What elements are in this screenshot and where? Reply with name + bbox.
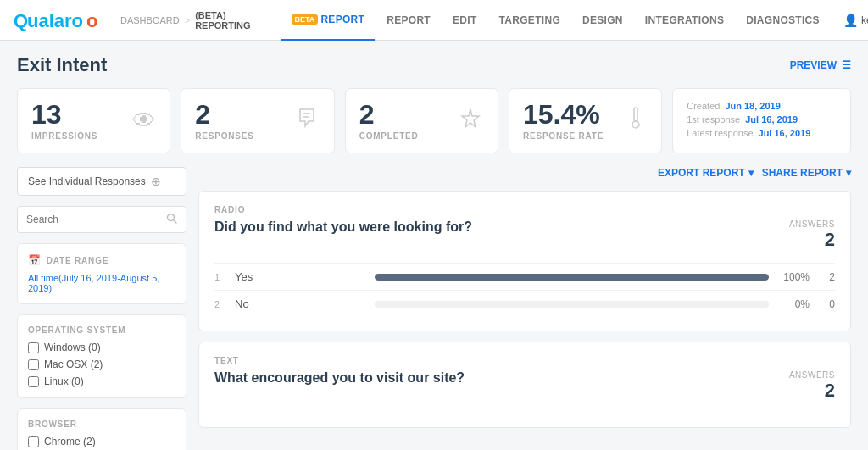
thermometer-icon <box>624 104 648 137</box>
created-row: Created Jun 18, 2019 <box>687 101 781 111</box>
nav-item-diagnostics[interactable]: DIAGNOSTICS <box>736 0 830 41</box>
see-individual-responses-button[interactable]: See Individual Responses ⊕ <box>17 167 186 196</box>
top-actions: EXPORT REPORT ▾ SHARE REPORT ▾ <box>198 167 851 179</box>
browser-title: BROWSER <box>28 419 175 429</box>
date-range-link[interactable]: All time(July 16, 2019-August 5, 2019) <box>28 273 175 293</box>
response-rate-label: RESPONSE RATE <box>523 131 604 141</box>
nav-item-design[interactable]: DESIGN <box>572 0 633 41</box>
question-header-1: Did you find what you were looking for? … <box>214 219 835 251</box>
user-info[interactable]: 👤 kelsey@qualaroo.com ▾ <box>843 14 868 27</box>
answer-pct-yes: 100% <box>777 271 810 283</box>
share-report-button[interactable]: SHARE REPORT ▾ <box>762 167 851 179</box>
date-range-title: 📅 DATE RANGE <box>28 254 175 266</box>
answer-bar-container-no <box>375 301 769 308</box>
first-response-value: Jul 16, 2019 <box>745 114 798 125</box>
top-nav: Q ualaro o DASHBOARD > (BETA) REPORTING … <box>0 0 868 41</box>
os-linux-label: Linux (0) <box>44 375 84 387</box>
os-mac-checkbox[interactable] <box>28 359 39 370</box>
main-content: EXPORT REPORT ▾ SHARE REPORT ▾ RADIO Did… <box>198 167 851 450</box>
completed-number: 2 <box>359 101 419 128</box>
question-text-2: What encouraged you to visit our site? <box>214 370 465 386</box>
answers-count-2: 2 <box>789 380 835 402</box>
svg-text:ualaro: ualaro <box>27 10 83 31</box>
completed-label: COMPLETED <box>359 131 419 141</box>
answers-text-2: Answers <box>789 370 835 380</box>
user-icon: 👤 <box>843 14 858 27</box>
responses-number: 2 <box>195 101 253 128</box>
preview-menu-icon: ☰ <box>842 59 851 71</box>
answer-row-no: 2 No 0% 0 <box>214 290 835 317</box>
svg-text:Q: Q <box>14 10 28 31</box>
answers-text-1: Answers <box>789 219 835 229</box>
os-windows: Windows (0) <box>28 342 175 353</box>
os-windows-checkbox[interactable] <box>28 342 39 353</box>
sidebar: See Individual Responses ⊕ 📅 DATE RANGE <box>17 167 186 450</box>
answer-bar-yes <box>375 274 769 281</box>
question-type-1: RADIO <box>214 205 835 214</box>
os-mac: Mac OSX (2) <box>28 358 175 370</box>
answers-count-1: 2 <box>789 229 835 251</box>
completed-icon <box>457 104 484 137</box>
preview-button[interactable]: PREVIEW ☰ <box>790 59 851 71</box>
dashboard-link[interactable]: DASHBOARD <box>120 15 180 25</box>
answer-pct-no: 0% <box>777 298 810 310</box>
impressions-label: IMPRESSIONS <box>31 131 97 141</box>
beta-badge: BETA <box>292 14 319 25</box>
browser-chrome: Chrome (2) <box>28 436 175 447</box>
search-box <box>17 206 186 233</box>
eye-icon: 👁 <box>132 107 156 135</box>
os-linux-checkbox[interactable] <box>28 376 39 387</box>
answer-num-1: 1 <box>214 272 226 282</box>
browser-chrome-label: Chrome (2) <box>44 436 96 447</box>
nav-item-edit[interactable]: EDIT <box>442 0 487 41</box>
page-header: Exit Intent PREVIEW ☰ <box>17 54 851 76</box>
first-response-label: 1st response <box>687 114 740 125</box>
os-mac-label: Mac OSX (2) <box>44 358 103 370</box>
export-report-button[interactable]: EXPORT REPORT ▾ <box>658 167 754 179</box>
answer-label-no: No <box>235 297 366 310</box>
calendar-icon: 📅 <box>28 254 42 266</box>
answer-bar-container-yes <box>375 274 769 281</box>
question-type-2: TEXT <box>214 356 835 365</box>
browser-filter: BROWSER Chrome (2) Safari (0) <box>17 408 186 450</box>
search-input[interactable] <box>26 214 161 225</box>
question-text-1: Did you find what you were looking for? <box>214 219 472 235</box>
browser-chrome-checkbox[interactable] <box>28 436 39 447</box>
breadcrumb: DASHBOARD > (BETA) REPORTING <box>120 10 251 31</box>
response-rate-number: 15.4% <box>523 101 604 128</box>
nav-item-integrations[interactable]: INTEGRATIONS <box>635 0 734 41</box>
question-card-2: TEXT What encouraged you to visit our si… <box>198 342 851 428</box>
nav-item-beta-report[interactable]: BETA REPORT <box>281 0 376 41</box>
user-email: kelsey@qualaroo.com <box>861 14 868 26</box>
svg-text:o: o <box>86 10 97 31</box>
question-header-2: What encouraged you to visit our site? A… <box>214 370 835 402</box>
impressions-number: 13 <box>31 101 97 128</box>
stat-completed: 2 COMPLETED <box>345 88 498 153</box>
responses-icon <box>293 104 320 137</box>
answers-label-1: Answers 2 <box>789 219 835 251</box>
answer-row-yes: 1 Yes 100% 2 <box>214 263 835 290</box>
breadcrumb-current: (BETA) REPORTING <box>195 10 250 31</box>
answer-count-yes: 2 <box>818 271 835 283</box>
os-filter: OPERATING SYSTEM Windows (0) Mac OSX (2)… <box>17 314 186 398</box>
answers-label-2: Answers 2 <box>789 370 835 402</box>
logo: Q ualaro o <box>14 8 107 32</box>
os-title: OPERATING SYSTEM <box>28 325 175 335</box>
answer-count-no: 0 <box>818 298 835 310</box>
responses-label: RESPONSES <box>195 131 253 141</box>
plus-icon: ⊕ <box>151 175 161 188</box>
answer-num-2: 2 <box>214 299 226 309</box>
main-nav: BETA REPORT REPORT EDIT TARGETING DESIGN… <box>281 0 830 41</box>
latest-response-label: Latest response <box>687 128 753 138</box>
stat-impressions: 13 IMPRESSIONS 👁 <box>17 88 170 153</box>
page-content: Exit Intent PREVIEW ☰ 13 IMPRESSIONS 👁 2… <box>0 41 868 450</box>
os-linux: Linux (0) <box>28 375 175 387</box>
stats-row: 13 IMPRESSIONS 👁 2 RESPONSES 2 COMPLETED <box>17 88 851 153</box>
latest-response-row: Latest response Jul 16, 2019 <box>687 128 810 138</box>
share-chevron-icon: ▾ <box>846 167 851 179</box>
nav-item-targeting[interactable]: TARGETING <box>489 0 570 41</box>
breadcrumb-sep: > <box>185 15 190 25</box>
first-response-row: 1st response Jul 16, 2019 <box>687 114 798 125</box>
nav-item-report[interactable]: REPORT <box>376 0 441 41</box>
svg-line-8 <box>174 220 177 224</box>
